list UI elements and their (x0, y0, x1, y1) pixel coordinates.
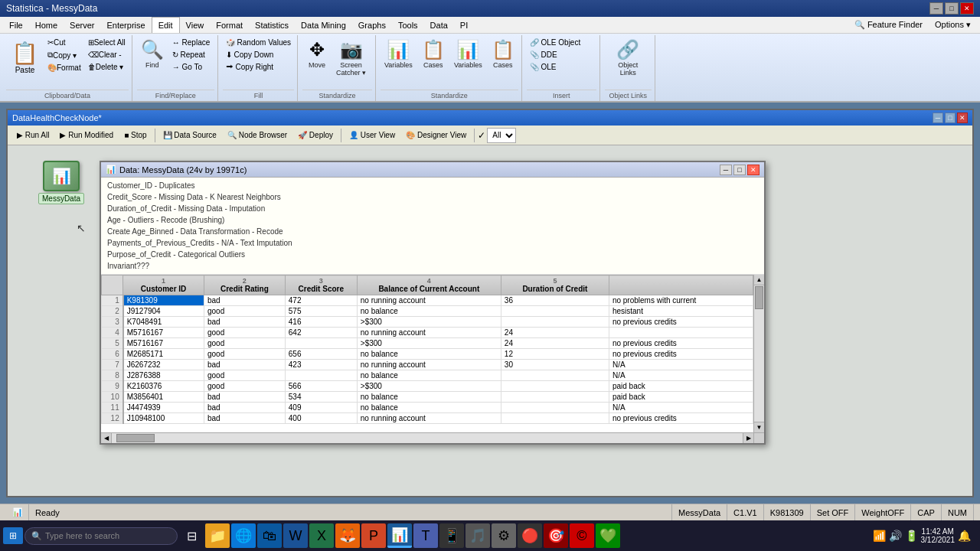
menu-statistics[interactable]: Statistics (249, 17, 295, 33)
scroll-right-btn[interactable]: ▶ (743, 433, 753, 443)
dde-button[interactable]: 📎 DDE (527, 49, 560, 60)
cell-1-2[interactable]: bad (204, 295, 285, 306)
clear-button[interactable]: ⌫ Clear - (85, 49, 129, 60)
menu-home[interactable]: Home (29, 17, 64, 33)
taskbar-app13[interactable]: 💚 (596, 523, 620, 548)
close-button[interactable]: ✕ (960, 2, 974, 15)
random-values-button[interactable]: 🎲 Random Values (223, 37, 294, 48)
user-view-btn[interactable]: 👤 User View (345, 129, 400, 141)
taskbar-firefox[interactable]: 🦊 (335, 523, 360, 548)
col-4-header[interactable]: 4Balance of Current Account (357, 276, 501, 295)
taskbar-edge[interactable]: 🌐 (231, 523, 256, 548)
node-maximize-btn[interactable]: □ (945, 112, 956, 123)
messy-data-node[interactable]: 📊 MessyData (38, 161, 84, 204)
maximize-button[interactable]: □ (945, 2, 959, 15)
taskbar-statistica[interactable]: 📊 (387, 523, 412, 548)
taskbar-app7[interactable]: 📱 (439, 523, 464, 548)
col-2-header[interactable]: 2Credit Rating (204, 276, 285, 295)
paste-button[interactable]: 📋 Paste (6, 37, 44, 78)
data-source-btn[interactable]: 💾 Data Source (158, 129, 221, 141)
search-box[interactable]: 🔍 Type here to search (24, 527, 178, 545)
copy-button[interactable]: ⧉ Copy ▾ (44, 49, 84, 61)
cell-1-4[interactable]: no running account (357, 295, 501, 306)
col-3-header[interactable]: 3Credit Score (285, 276, 357, 295)
taskbar-file-explorer[interactable]: 📁 (205, 523, 230, 548)
find-button[interactable]: 🔍 Find (137, 37, 168, 71)
run-all-btn[interactable]: ▶ Run All (12, 129, 54, 141)
menu-view[interactable]: View (180, 17, 211, 33)
options-btn[interactable]: Options ▾ (929, 17, 977, 33)
minimize-button[interactable]: ─ (929, 2, 943, 15)
tray-battery-icon[interactable]: 🔋 (905, 530, 918, 542)
scroll-up-btn[interactable]: ▲ (754, 275, 764, 285)
scroll-down-btn[interactable]: ▼ (754, 422, 764, 432)
delete-button[interactable]: 🗑 Delete ▾ (85, 61, 129, 73)
start-button[interactable]: ⊞ (3, 527, 23, 544)
select-all-button[interactable]: ⊞ Select All (85, 37, 129, 48)
menu-graphs[interactable]: Graphs (352, 17, 392, 33)
taskbar-app10[interactable]: 🔴 (518, 523, 542, 548)
task-view-btn[interactable]: ⊟ (179, 523, 204, 548)
menu-format[interactable]: Format (210, 17, 249, 33)
replace-button[interactable]: ↔ Replace (169, 37, 213, 48)
menu-pi[interactable]: PI (454, 17, 474, 33)
menu-tools[interactable]: Tools (392, 17, 424, 33)
format-button[interactable]: 🎨 Format (44, 62, 84, 73)
copy-down-button[interactable]: ⬇ Copy Down (223, 49, 276, 60)
object-links-button[interactable]: 🔗 ObjectLinks (612, 37, 643, 79)
data-maximize-btn[interactable]: □ (733, 165, 746, 175)
menu-data-mining[interactable]: Data Mining (295, 17, 352, 33)
deploy-btn[interactable]: 🚀 Deploy (293, 129, 338, 141)
tray-notification-icon[interactable]: 🔔 (958, 530, 971, 542)
repeat-button[interactable]: ↻ Repeat (169, 49, 213, 60)
node-browser-btn[interactable]: 🔍 Node Browser (223, 129, 292, 141)
taskbar-excel[interactable]: X (309, 523, 334, 548)
taskbar-app12[interactable]: © (570, 523, 594, 548)
col-1-header[interactable]: 1Customer ID (123, 276, 204, 295)
cell-1-extra[interactable]: no problems with current (609, 295, 753, 306)
tray-wifi-icon[interactable]: 📶 (873, 530, 886, 542)
move-button[interactable]: ✥ Move (305, 37, 329, 71)
vertical-scrollbar[interactable]: ▲ ▼ (753, 275, 764, 432)
tray-volume-icon[interactable]: 🔊 (889, 530, 902, 542)
v-scroll-thumb[interactable] (755, 286, 763, 309)
node-close-btn[interactable]: ✕ (957, 112, 968, 123)
cases1-button[interactable]: 📋 Cases (418, 37, 449, 71)
menu-enterprise[interactable]: Enterprise (100, 17, 151, 33)
scroll-left-btn[interactable]: ◀ (101, 433, 112, 443)
go-to-button[interactable]: → Go To (169, 61, 213, 73)
view-dropdown[interactable]: All (487, 128, 516, 143)
node-minimize-btn[interactable]: ─ (933, 112, 943, 123)
menu-data[interactable]: Data (424, 17, 454, 33)
stop-btn[interactable]: ■ Stop (119, 129, 151, 141)
taskbar-store[interactable]: 🛍 (257, 523, 282, 548)
variables1-button[interactable]: 📊 Variables (381, 37, 416, 71)
run-modified-btn[interactable]: ▶ Run Modified (55, 129, 118, 141)
taskbar-powerpoint[interactable]: P (361, 523, 386, 548)
horizontal-scrollbar[interactable]: ◀ ▶ (101, 432, 753, 443)
variables2-button[interactable]: 📊 Variables (450, 37, 486, 71)
cases2-button[interactable]: 📋 Cases (488, 37, 518, 71)
ole-button[interactable]: 📎 OLE (527, 61, 560, 73)
taskbar-teams[interactable]: T (413, 523, 438, 548)
cell-1-5[interactable]: 36 (501, 295, 609, 306)
menu-edit[interactable]: Edit (152, 17, 180, 33)
taskbar-app8[interactable]: 🎵 (466, 523, 490, 548)
taskbar-app9[interactable]: ⚙ (492, 523, 516, 548)
ole-object-button[interactable]: 🔗 OLE Object (527, 37, 583, 48)
taskbar-word[interactable]: W (283, 523, 308, 548)
data-close-btn[interactable]: ✕ (747, 165, 760, 175)
copy-right-button[interactable]: ⮕ Copy Right (223, 61, 276, 73)
col-extra-header[interactable] (609, 276, 753, 295)
menu-server[interactable]: Server (64, 17, 100, 33)
taskbar-app11[interactable]: 🎯 (544, 523, 568, 548)
cut-button[interactable]: ✂ Cut (44, 37, 84, 48)
feature-finder-btn[interactable]: 🔍 Feature Finder (848, 17, 929, 33)
cell-1-1[interactable]: K981309 (123, 295, 204, 306)
designer-view-btn[interactable]: 🎨 Designer View (401, 129, 471, 141)
screen-catcher-button[interactable]: 📷 ScreenCatcher ▾ (332, 37, 370, 79)
data-minimize-btn[interactable]: ─ (720, 165, 732, 175)
h-scroll-thumb[interactable] (116, 434, 155, 442)
cell-1-3[interactable]: 472 (285, 295, 357, 306)
col-5-header[interactable]: 5Duration of Credit (501, 276, 609, 295)
